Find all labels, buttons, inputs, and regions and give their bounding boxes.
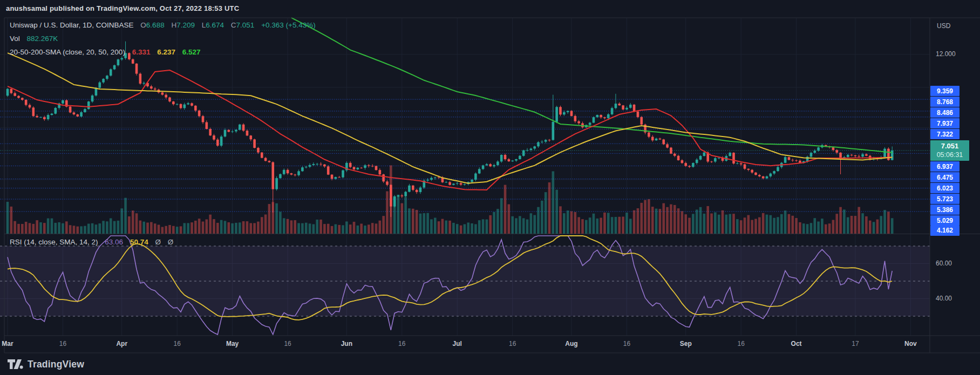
price-scale-currency: USD xyxy=(937,22,950,30)
time-axis-tick: 16 xyxy=(398,340,405,347)
price-scale-gridline-label: 12.000 xyxy=(936,50,956,58)
time-axis-tick: Oct xyxy=(791,340,802,347)
sma20-value: 6.237 xyxy=(157,48,175,56)
price-level-label: 7.937 xyxy=(930,118,959,128)
ohlc-open-label: O xyxy=(140,21,146,29)
price-level-label: 6.023 xyxy=(930,183,959,193)
price-level-label: 8.768 xyxy=(930,97,959,107)
time-axis-tick: 16 xyxy=(737,340,744,347)
rsi-scale-label-60: 60.00 xyxy=(936,260,952,267)
tradingview-logo-icon xyxy=(7,358,23,370)
tradingview-logo-text: TradingView xyxy=(28,359,84,370)
volume-legend-row[interactable]: Vol 882.267K xyxy=(10,35,58,43)
vol-value: 882.267K xyxy=(27,35,58,43)
price-level-label: 4.162 xyxy=(930,226,959,236)
sma50-value: 6.331 xyxy=(132,48,151,56)
time-axis-tick: Apr xyxy=(116,340,127,347)
current-price-label: 7.051 05:06:31 xyxy=(930,140,969,161)
sma200-value: 6.527 xyxy=(182,48,201,56)
time-axis-tick: Sep xyxy=(680,340,692,347)
price-level-label: 5.723 xyxy=(930,194,959,204)
time-scale[interactable] xyxy=(4,336,980,353)
ohlc-high-value: 7.209 xyxy=(176,21,195,29)
ohlc-open-value: 6.688 xyxy=(146,21,165,29)
rsi-scale-label-40: 40.00 xyxy=(936,295,952,302)
price-level-label: 6.937 xyxy=(930,161,959,172)
price-level-label: 7.322 xyxy=(930,129,959,139)
price-level-label: 9.359 xyxy=(930,86,959,96)
price-level-label: 8.486 xyxy=(930,107,959,118)
rsi-legend-row[interactable]: RSI (14, close, SMA, 14, 2) 63.06 50.74 … xyxy=(10,238,173,246)
sma-label: 20-50-200-SMA (close, 20, 50, 200) xyxy=(10,48,125,56)
time-axis-tick: Aug xyxy=(565,340,577,347)
rsi-sma-value: 50.74 xyxy=(130,238,148,246)
time-axis-tick: 17 xyxy=(852,340,859,347)
time-axis-tick: 16 xyxy=(509,340,516,347)
time-axis-tick: 16 xyxy=(623,340,630,347)
rsi-label: RSI (14, close, SMA, 14, 2) xyxy=(10,238,98,246)
time-axis-tick: Nov xyxy=(904,340,917,347)
time-axis-tick: Jul xyxy=(453,340,462,347)
ohlc-high-label: H xyxy=(171,21,176,29)
publish-bar: anushsamal published on TradingView.com,… xyxy=(6,4,239,12)
time-axis-tick: Jun xyxy=(341,340,352,347)
symbol-title: Uniswap / U.S. Dollar, 1D, COINBASE xyxy=(10,21,134,29)
rsi-value: 63.06 xyxy=(105,238,123,246)
price-level-label: 6.475 xyxy=(930,172,959,182)
rsi-empty-1: Ø xyxy=(155,238,161,246)
ohlc-close-value: 7.051 xyxy=(236,21,255,29)
time-axis-tick: 16 xyxy=(284,340,291,347)
price-level-label: 5.386 xyxy=(930,204,959,215)
bar-countdown: 05:06:31 xyxy=(937,151,963,160)
vol-label: Vol xyxy=(10,35,20,43)
time-axis-tick: 16 xyxy=(173,340,180,347)
change-value: +0.363 (+5.43%) xyxy=(261,21,316,29)
ohlc-close-label: C xyxy=(231,21,236,29)
time-axis-tick: 16 xyxy=(59,340,66,347)
time-axis-tick: Mar xyxy=(2,340,13,347)
rsi-empty-2: Ø xyxy=(168,238,174,246)
symbol-legend-row[interactable]: Uniswap / U.S. Dollar, 1D, COINBASE O6.6… xyxy=(10,21,316,29)
current-price-value: 7.051 xyxy=(941,141,959,151)
tradingview-logo[interactable]: TradingView xyxy=(7,358,84,370)
rsi-pane[interactable] xyxy=(4,234,930,336)
time-axis-tick: May xyxy=(226,340,239,347)
ohlc-low-value: 6.674 xyxy=(206,21,224,29)
price-level-label: 5.029 xyxy=(930,215,959,226)
sma-legend-row[interactable]: 20-50-200-SMA (close, 20, 50, 200) 6.331… xyxy=(10,48,201,56)
